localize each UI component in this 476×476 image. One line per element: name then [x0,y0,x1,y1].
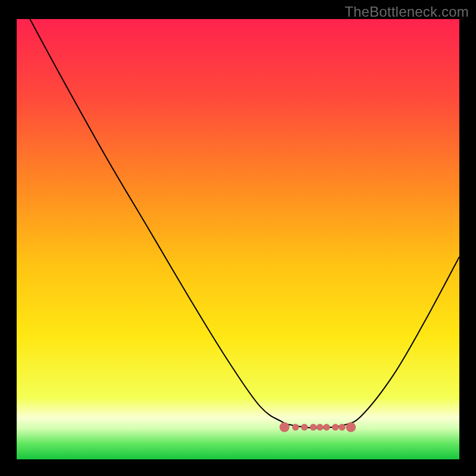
svg-point-0 [280,422,289,432]
gradient-background [17,19,459,459]
svg-point-1 [292,424,299,430]
chart-frame: TheBottleneck.com [0,0,476,476]
watermark-text: TheBottleneck.com [345,4,469,20]
svg-point-5 [323,424,330,430]
svg-point-3 [310,424,317,430]
svg-point-8 [346,422,356,432]
svg-point-4 [317,424,323,430]
svg-point-7 [339,424,345,430]
svg-point-2 [301,424,308,430]
bottleneck-chart [17,19,459,459]
svg-point-6 [332,424,339,430]
